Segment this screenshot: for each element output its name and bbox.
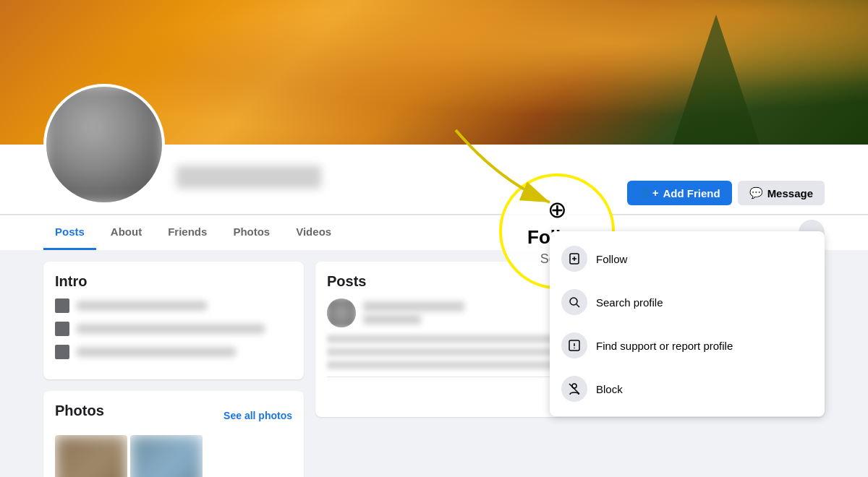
profile-avatar [43, 84, 165, 205]
post-avatar [327, 298, 356, 327]
intro-text-3 [77, 347, 236, 357]
add-friend-icon: 👤+ [639, 186, 659, 199]
dropdown-item-follow[interactable]: Follow [550, 237, 825, 280]
intro-item-2 [55, 322, 292, 336]
photo-image-1 [55, 435, 127, 477]
intro-item-1 [55, 298, 292, 313]
name-blur [176, 166, 321, 189]
photos-grid [55, 435, 292, 477]
add-friend-button[interactable]: 👤+ Add Friend [627, 181, 732, 205]
avatar-image [46, 87, 162, 202]
photo-image-2 [130, 435, 203, 477]
dropdown-item-find-support[interactable]: Find support or report profile [550, 324, 825, 367]
intro-text-1 [77, 301, 207, 311]
tab-about[interactable]: About [99, 215, 153, 250]
svg-line-12 [576, 304, 579, 307]
message-button[interactable]: 💬 Message [738, 181, 825, 205]
post-name [363, 301, 464, 311]
search-profile-icon [561, 289, 587, 315]
photos-card: Photos See all photos [43, 391, 304, 477]
intro-title: Intro [55, 273, 292, 290]
messenger-icon: 💬 [749, 186, 763, 199]
photo-thumb-1 [55, 435, 127, 477]
work-icon-2 [55, 322, 69, 336]
svg-point-15 [574, 348, 575, 349]
dropdown-item-block[interactable]: Block [550, 367, 825, 411]
svg-point-11 [570, 298, 577, 305]
photos-title: Photos [55, 403, 104, 419]
follow-icon [561, 246, 587, 272]
tab-videos[interactable]: Videos [284, 215, 343, 250]
work-icon [55, 298, 69, 313]
left-column: Intro [43, 262, 304, 477]
see-all-photos-link[interactable]: See all photos [224, 410, 292, 421]
report-icon [561, 332, 587, 358]
highlight-arrow [398, 72, 600, 253]
photos-header: Photos See all photos [55, 403, 292, 428]
intro-card: Intro [43, 262, 304, 379]
post-avatar-image [327, 298, 356, 327]
tab-friends[interactable]: Friends [156, 215, 218, 250]
tab-posts[interactable]: Posts [43, 215, 96, 250]
post-time [363, 314, 421, 325]
dropdown-item-search-profile[interactable]: Search profile [550, 280, 825, 324]
block-icon [561, 376, 587, 402]
photo-thumb-2 [130, 435, 203, 477]
tab-photos[interactable]: Photos [221, 215, 281, 250]
dropdown-menu: Follow Search profile Find support or re… [550, 231, 825, 416]
education-icon [55, 345, 69, 359]
intro-text-2 [77, 324, 265, 334]
intro-item-3 [55, 345, 292, 359]
